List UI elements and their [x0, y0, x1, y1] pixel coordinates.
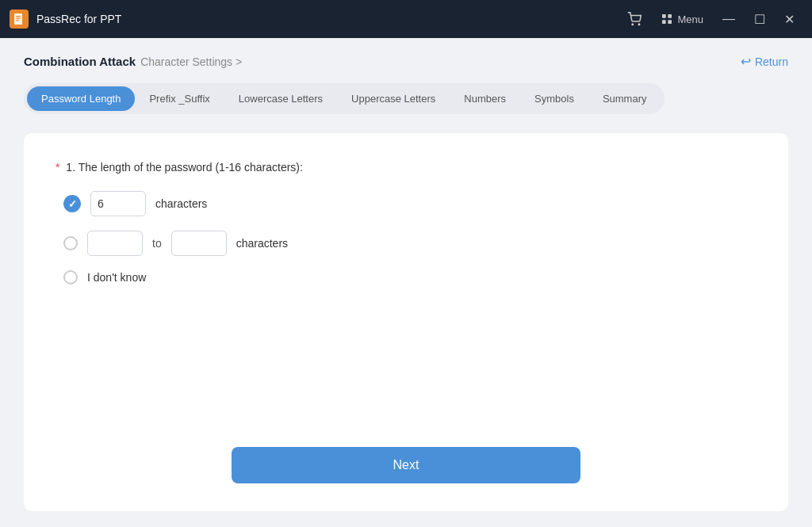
- option-unknown-radio[interactable]: [63, 270, 78, 285]
- tab-prefix-suffix[interactable]: Prefix _Suffix: [135, 86, 224, 111]
- question-text: 1. The length of the password (1-16 char…: [66, 161, 303, 174]
- option-unknown-label: I don't know: [87, 271, 146, 284]
- svg-point-5: [639, 24, 641, 25]
- range-unit: characters: [236, 237, 288, 250]
- svg-rect-2: [16, 18, 21, 19]
- svg-rect-0: [14, 13, 22, 25]
- next-button[interactable]: Next: [232, 447, 580, 483]
- svg-rect-9: [668, 20, 672, 24]
- breadcrumb-bar: Combination Attack Character Settings > …: [24, 54, 788, 69]
- option-range-row: to characters: [63, 231, 756, 256]
- range-to-label: to: [152, 237, 162, 250]
- options-list: characters to characters I don't know: [63, 191, 756, 285]
- required-marker: *: [56, 161, 63, 174]
- svg-rect-7: [668, 14, 672, 18]
- next-button-wrap: Next: [56, 431, 756, 483]
- window-controls: Menu — ☐ ✕: [619, 7, 802, 32]
- titlebar: PassRec for PPT Menu — ☐ ✕: [0, 0, 812, 38]
- tab-uppercase-letters[interactable]: Uppercase Letters: [337, 86, 450, 111]
- exact-characters-unit: characters: [155, 197, 207, 210]
- svg-rect-1: [16, 16, 21, 17]
- menu-button[interactable]: Menu: [653, 8, 711, 30]
- svg-rect-3: [16, 20, 19, 21]
- tab-lowercase-letters[interactable]: Lowercase Letters: [224, 86, 337, 111]
- app-title: PassRec for PPT: [36, 13, 619, 25]
- close-button[interactable]: ✕: [776, 7, 802, 32]
- tab-numbers[interactable]: Numbers: [450, 86, 520, 111]
- range-to-input[interactable]: [171, 231, 227, 256]
- content-panel: * 1. The length of the password (1-16 ch…: [24, 133, 788, 511]
- return-button[interactable]: ↩ Return: [741, 54, 788, 69]
- range-from-input[interactable]: [87, 231, 143, 256]
- menu-label: Menu: [677, 13, 703, 25]
- breadcrumb-sub: Character Settings >: [140, 55, 242, 68]
- main-content: Combination Attack Character Settings > …: [0, 38, 812, 527]
- return-icon: ↩: [741, 54, 751, 69]
- option-exact-radio[interactable]: [63, 195, 81, 212]
- tab-password-length[interactable]: Password Length: [27, 86, 135, 111]
- tab-summary[interactable]: Summary: [588, 86, 661, 111]
- question-label: * 1. The length of the password (1-16 ch…: [56, 161, 756, 174]
- option-exact-row: characters: [63, 191, 756, 216]
- breadcrumb: Combination Attack Character Settings >: [24, 55, 242, 68]
- cart-button[interactable]: [619, 7, 649, 31]
- minimize-button[interactable]: —: [714, 7, 743, 31]
- svg-point-4: [632, 24, 634, 25]
- app-icon: [10, 10, 29, 29]
- return-label: Return: [755, 55, 788, 68]
- svg-rect-8: [662, 20, 666, 24]
- breadcrumb-main: Combination Attack: [24, 55, 136, 68]
- svg-rect-6: [662, 14, 666, 18]
- tab-symbols[interactable]: Symbols: [520, 86, 588, 111]
- option-range-radio[interactable]: [63, 236, 78, 250]
- maximize-button[interactable]: ☐: [746, 7, 773, 32]
- tabs-bar: Password Length Prefix _Suffix Lowercase…: [24, 83, 665, 114]
- option-unknown-row: I don't know: [63, 270, 756, 285]
- exact-characters-input[interactable]: [90, 191, 146, 216]
